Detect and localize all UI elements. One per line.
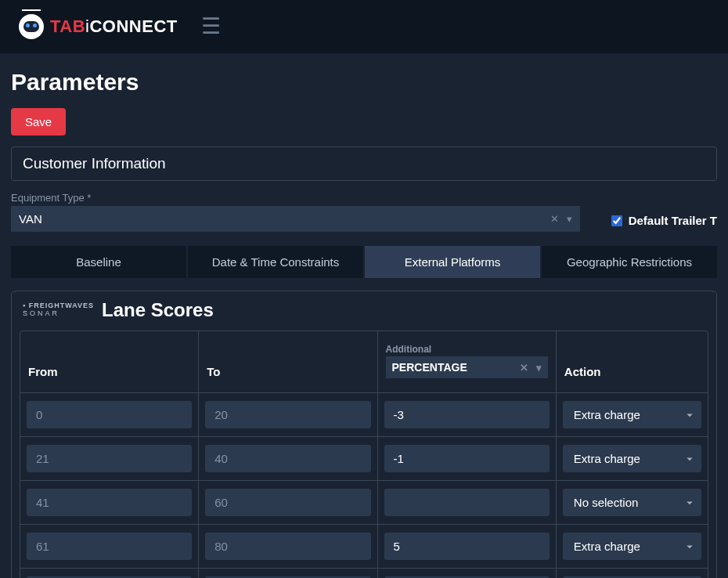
column-to: To [199,331,377,393]
logo-text: TABiCONNECT [50,16,178,37]
customer-information-section-header[interactable]: Customer Information [11,146,717,181]
table-row: No selectionExtra chargeNo GO [20,393,708,437]
action-select[interactable]: No selectionExtra chargeNo GO [563,489,701,516]
to-input[interactable] [205,401,370,428]
additional-mode-value: PERCENTAGE [392,361,467,374]
additional-input[interactable] [384,401,550,428]
page-title: Parameters [11,69,717,96]
action-select[interactable]: No selectionExtra chargeNo GO [563,401,701,428]
additional-input[interactable] [384,445,550,472]
default-trailer-checkbox-wrap[interactable]: Default Trailer T [611,214,717,232]
equipment-type-label: Equipment Type * [11,192,580,204]
table-row: No selectionExtra chargeNo GO [20,481,708,525]
equipment-type-select[interactable]: VAN ✕ ▾ [11,206,580,232]
action-select[interactable]: No selectionExtra chargeNo GO [563,445,701,472]
app-logo: TABiCONNECT [19,14,178,39]
save-button[interactable]: Save [11,108,66,135]
tab-geographic-restrictions[interactable]: Geographic Restrictions [542,246,717,278]
app-header: TABiCONNECT ☰ [0,0,728,53]
table-row: No selectionExtra chargeNo GO [20,525,708,569]
tab-external-platforms[interactable]: External Platforms [365,246,542,278]
from-input[interactable] [27,489,192,516]
lane-scores-table: From To Additional PERCENTAGE ✕ ▾ Action [20,331,708,578]
table-row: No selectionExtra chargeNo GO [20,569,708,578]
equipment-type-value: VAN [19,212,42,226]
lane-scores-panel: ▪ FREIGHTWAVES SONAR Lane Scores From To… [11,291,717,578]
default-trailer-label: Default Trailer T [629,214,717,227]
table-row: No selectionExtra chargeNo GO [20,437,708,481]
tab-date-time-constraints[interactable]: Date & Time Constraints [188,246,365,278]
from-input[interactable] [27,445,192,472]
clear-equipment-icon[interactable]: ✕ [550,213,559,225]
dropdown-arrow-icon[interactable]: ▾ [536,362,542,374]
from-input[interactable] [27,533,192,560]
to-input[interactable] [205,533,370,560]
additional-input[interactable] [384,533,550,560]
action-select[interactable]: No selectionExtra chargeNo GO [563,533,701,560]
default-trailer-checkbox[interactable] [611,215,622,226]
additional-mode-select[interactable]: PERCENTAGE ✕ ▾ [386,356,548,378]
tab-baseline[interactable]: Baseline [11,246,188,278]
additional-input[interactable] [384,489,550,516]
freightwaves-sonar-logo: ▪ FREIGHTWAVES SONAR [23,302,94,318]
lane-scores-title: Lane Scores [102,299,214,321]
logo-robot-icon [19,14,44,39]
column-action: Action [557,331,708,393]
dropdown-arrow-icon[interactable]: ▾ [567,213,572,225]
to-input[interactable] [205,445,370,472]
clear-additional-icon[interactable]: ✕ [520,362,528,374]
to-input[interactable] [205,489,370,516]
tabs: Baseline Date & Time Constraints Externa… [11,246,717,278]
additional-label: Additional [386,344,548,355]
column-additional: Additional PERCENTAGE ✕ ▾ [378,331,557,393]
from-input[interactable] [27,401,192,428]
hamburger-menu-icon[interactable]: ☰ [201,16,221,38]
column-from: From [20,331,199,393]
